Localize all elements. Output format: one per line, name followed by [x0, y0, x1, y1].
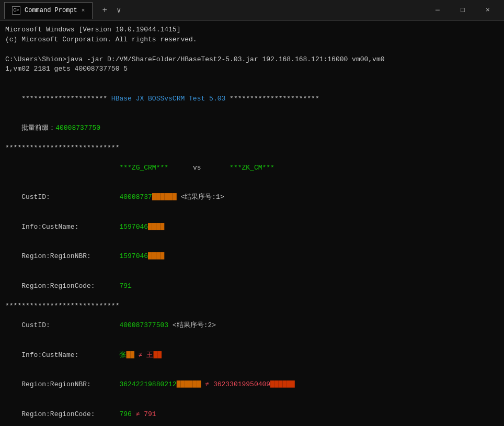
record-2-custid: CustID: 400087377503 <结果序号:2>: [5, 311, 499, 341]
hbase-title-text: HBase JX BOSSvsCRM Test 5.03: [107, 95, 230, 103]
separator-2: ****************************: [5, 301, 499, 311]
command-line-2: 1,vm02 2181 gets 40008737750 5: [5, 64, 499, 74]
win-copyright-line: (c) Microsoft Corporation. All rights re…: [5, 35, 499, 45]
batch-label: 批量前缀：: [21, 124, 55, 132]
stars-right: **********************: [230, 95, 319, 103]
active-tab[interactable]: C> Command Prompt ×: [4, 2, 93, 19]
minimize-button[interactable]: ─: [426, 2, 450, 19]
tab-nav-button[interactable]: ∨: [114, 5, 123, 16]
stars-left: *********************: [21, 95, 107, 103]
record-1-custname: Info:CustName: 1597046████: [5, 212, 499, 242]
tab-close-button[interactable]: ×: [82, 7, 85, 14]
win-version-line: Microsoft Windows [Version 10.0.19044.14…: [5, 25, 499, 35]
col-zk: ***ZK_CM***: [230, 164, 274, 172]
maximize-button[interactable]: □: [451, 2, 475, 19]
column-headers: ***ZG_CRM*** vs ***ZK_CM***: [5, 153, 499, 183]
title-bar: C> Command Prompt × + ∨ ─ □ ×: [0, 0, 504, 21]
title-bar-left: C> Command Prompt × + ∨: [4, 2, 426, 19]
record-2-regcode: Region:RegionCode: 796 ≠ 791: [5, 400, 499, 426]
tab-title: Command Prompt: [25, 7, 77, 14]
record-1-regcode: Region:RegionCode: 791: [5, 272, 499, 301]
record-2-regnbr: Region:RegionNBR: 36242219880212██████ ≠…: [5, 371, 499, 400]
batch-value: 40008737750: [55, 124, 100, 132]
record-2-custname: Info:CustName: 张██ ≠ 王██: [5, 341, 499, 371]
record-1-custid: CustID: 40008737██████ <结果序号:1>: [5, 183, 499, 213]
close-button[interactable]: ×: [476, 2, 500, 19]
cmd-icon: C>: [12, 6, 20, 15]
command-line-1: C:\Users\Shion>java -jar D:/VM/ShareFold…: [5, 55, 499, 65]
col-crm: ***ZG_CRM***: [119, 164, 168, 172]
batch-prefix-line: 批量前缀：40008737750: [5, 114, 499, 144]
blank-line-1: [5, 45, 499, 55]
new-tab-button[interactable]: +: [99, 5, 110, 16]
blank-line-2: [5, 74, 499, 84]
record-1-regnbr: Region:RegionNBR: 1597046████: [5, 242, 499, 272]
hbase-title-line: ********************* HBase JX BOSSvsCRM…: [5, 84, 499, 114]
col-spacer: [21, 164, 119, 172]
terminal-output: Microsoft Windows [Version 10.0.19044.14…: [0, 21, 504, 426]
window-controls: ─ □ ×: [426, 2, 500, 19]
separator-1: ****************************: [5, 143, 499, 153]
